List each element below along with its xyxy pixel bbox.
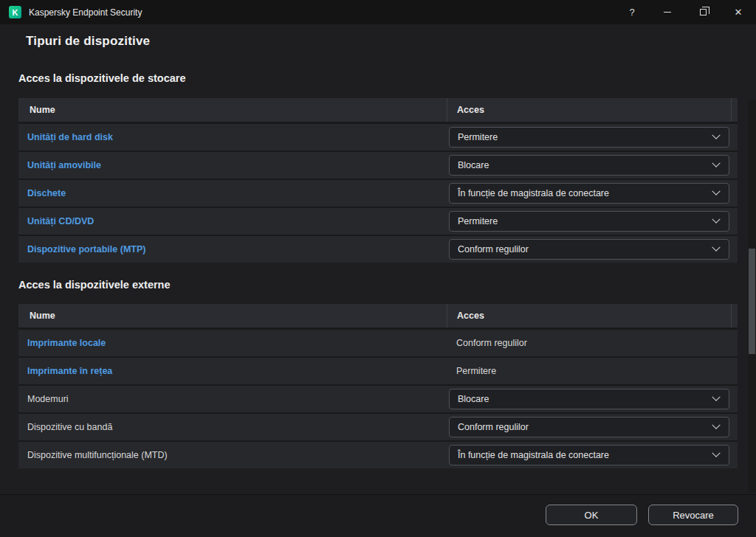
- device-name-link[interactable]: Imprimante în rețea: [27, 366, 112, 376]
- device-name-link[interactable]: Unități amovibile: [27, 160, 101, 170]
- chevron-down-icon: [712, 421, 720, 429]
- chevron-down-icon: [712, 131, 720, 139]
- access-select[interactable]: Blocare: [449, 389, 729, 409]
- close-button[interactable]: ✕: [721, 0, 756, 24]
- window-controls: ? ✕: [614, 0, 756, 24]
- access-select-value: Permitere: [458, 216, 498, 226]
- titlebar: K Kaspersky Endpoint Security ? ✕: [0, 0, 756, 24]
- column-header-access: Acces: [447, 304, 731, 328]
- access-select-value: Blocare: [458, 394, 489, 404]
- access-select-value: În funcție de magistrala de conectare: [458, 450, 609, 460]
- device-name-link[interactable]: Dischete: [27, 188, 66, 198]
- cancel-button[interactable]: Revocare: [648, 505, 738, 525]
- table-row: Dispozitive portabile (MTP) Conform regu…: [18, 235, 738, 263]
- ok-button[interactable]: OK: [546, 505, 637, 525]
- device-name-text: Modemuri: [27, 394, 69, 404]
- access-value-text: Conform regulilor: [449, 338, 527, 348]
- access-select[interactable]: În funcție de magistrala de conectare: [449, 445, 729, 465]
- main-content: Tipuri de dispozitive Acces la dispoziti…: [0, 24, 756, 494]
- access-select-value: Blocare: [458, 160, 489, 170]
- section-external-devices: Acces la dispozitivele externe Nume Acce…: [18, 279, 738, 468]
- help-button[interactable]: ?: [614, 0, 650, 24]
- column-header-access: Acces: [447, 98, 731, 122]
- section-heading-external: Acces la dispozitivele externe: [18, 279, 738, 291]
- table-header: Nume Acces: [18, 304, 738, 328]
- table-header: Nume Acces: [18, 98, 738, 122]
- table-row: Unități CD/DVD Permitere: [18, 207, 738, 235]
- access-select[interactable]: Conform regulilor: [449, 417, 729, 437]
- device-name-link[interactable]: Dispozitive portabile (MTP): [27, 244, 145, 254]
- device-name-text: Dispozitive cu bandă: [27, 422, 112, 432]
- table-header-spacer: [731, 304, 738, 328]
- access-value-text: Permitere: [449, 366, 496, 376]
- external-devices-table: Nume Acces Imprimante locale Conform reg…: [18, 304, 738, 468]
- device-name-link[interactable]: Unități CD/DVD: [27, 216, 94, 226]
- access-select-value: Permitere: [458, 132, 498, 142]
- chevron-down-icon: [712, 187, 720, 195]
- access-select[interactable]: Blocare: [449, 155, 729, 176]
- footer-bar: OK Revocare: [0, 494, 756, 537]
- table-row: Dispozitive multifuncționale (MTD) În fu…: [18, 440, 738, 468]
- window-title: Kaspersky Endpoint Security: [29, 7, 142, 18]
- device-name-link[interactable]: Imprimante locale: [27, 338, 106, 348]
- table-row: Unități de hard disk Permitere: [18, 122, 738, 150]
- access-select[interactable]: În funcție de magistrala de conectare: [449, 183, 729, 204]
- column-header-name: Nume: [18, 311, 447, 321]
- access-select-value: Conform regulilor: [458, 422, 529, 432]
- access-select-value: Conform regulilor: [458, 244, 529, 254]
- table-row: Imprimante locale Conform regulilor: [18, 328, 738, 356]
- logo-letter: K: [13, 8, 18, 17]
- table-row: Imprimante în rețea Permitere: [18, 356, 738, 384]
- chevron-down-icon: [712, 393, 720, 401]
- chevron-down-icon: [712, 159, 720, 167]
- scrollbar-thumb[interactable]: [749, 249, 755, 354]
- column-header-name: Nume: [18, 105, 447, 115]
- scrollbar[interactable]: [748, 100, 756, 493]
- minimize-icon: [664, 12, 671, 13]
- maximize-button[interactable]: [685, 0, 721, 24]
- chevron-down-icon: [712, 243, 720, 252]
- page-title: Tipuri de dispozitive: [26, 34, 738, 49]
- table-row: Unități amovibile Blocare: [18, 150, 738, 179]
- access-select-value: În funcție de magistrala de conectare: [458, 188, 609, 198]
- section-heading-storage: Acces la dispozitivele de stocare: [18, 72, 738, 84]
- chevron-down-icon: [712, 215, 720, 224]
- section-storage-devices: Acces la dispozitivele de stocare Nume A…: [18, 72, 738, 263]
- table-header-spacer: [731, 98, 738, 122]
- access-select[interactable]: Conform regulilor: [449, 239, 729, 260]
- table-row: Modemuri Blocare: [18, 384, 738, 412]
- close-icon: ✕: [735, 7, 743, 18]
- access-select[interactable]: Permitere: [449, 127, 729, 148]
- access-select[interactable]: Permitere: [449, 211, 729, 232]
- restore-icon: [700, 9, 707, 15]
- table-row: Dispozitive cu bandă Conform regulilor: [18, 412, 738, 440]
- device-name-text: Dispozitive multifuncționale (MTD): [27, 450, 168, 460]
- table-row: Dischete În funcție de magistrala de con…: [18, 179, 738, 207]
- storage-devices-table: Nume Acces Unități de hard disk Permiter…: [18, 98, 738, 263]
- minimize-button[interactable]: [650, 0, 685, 24]
- kaspersky-logo-icon: K: [9, 6, 21, 18]
- help-icon: ?: [629, 7, 634, 18]
- chevron-down-icon: [712, 449, 720, 457]
- device-name-link[interactable]: Unități de hard disk: [27, 132, 113, 142]
